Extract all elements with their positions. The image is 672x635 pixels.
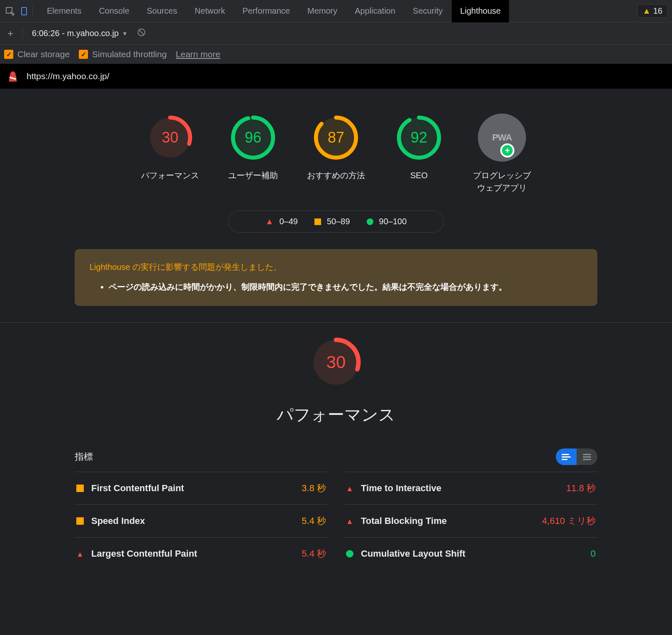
report-dropdown[interactable]: 6:06:26 - m.yahoo.co.jp ▼ — [32, 29, 128, 38]
gauge-1[interactable]: 96 ユーザー補助 — [224, 114, 282, 194]
metrics-grid: First Contentful Paint 3.8 秒 ▲ Time to I… — [75, 472, 597, 570]
tab-console[interactable]: Console — [90, 0, 137, 22]
simulated-throttling-label: Simulated throttling — [92, 49, 167, 59]
warning-count: 16 — [653, 6, 662, 16]
metric-value: 11.8 秒 — [566, 482, 596, 494]
legend-low: ▲ 0–49 — [265, 217, 298, 226]
plus-icon: + — [500, 143, 514, 158]
metric-row[interactable]: ▲ Largest Contentful Paint 5.4 秒 — [75, 537, 328, 570]
warning-title: Lighthouse の実行に影響する問題が発生しました。 — [90, 262, 582, 273]
learn-more-link[interactable]: Learn more — [176, 49, 220, 59]
gauge-pwa[interactable]: PWA + プログレッシブ ウェブアプリ — [473, 114, 531, 194]
gauge-label: SEO — [410, 169, 428, 182]
metric-value: 5.4 秒 — [302, 515, 326, 527]
metrics-view-toggle — [556, 448, 597, 465]
metric-value: 4,610 ミリ秒 — [542, 515, 596, 527]
divider — [22, 28, 23, 39]
warning-icon: ▲ — [643, 6, 651, 16]
clear-storage-label: Clear storage — [17, 49, 70, 59]
score-legend: ▲ 0–49 50–89 90–100 — [228, 211, 444, 233]
performance-section: 30 パフォーマンス 指標 First Contentful Paint 3.8… — [0, 323, 672, 570]
circle-icon — [367, 218, 373, 225]
tab-memory[interactable]: Memory — [299, 0, 346, 22]
tab-performance[interactable]: Performance — [234, 0, 299, 22]
triangle-icon: ▲ — [346, 485, 353, 492]
metric-value: 5.4 秒 — [302, 548, 326, 560]
tab-network[interactable]: Network — [186, 0, 233, 22]
metric-name: Time to Interactive — [361, 483, 559, 494]
circle-icon — [346, 550, 353, 557]
square-icon — [76, 485, 84, 492]
lighthouse-report: 30 パフォーマンス 96 ユーザー補助 87 おすすめの方法 92 SEO P… — [0, 89, 672, 587]
svg-line-3 — [139, 30, 144, 35]
warning-badge[interactable]: ▲ 16 — [637, 4, 668, 18]
metric-name: Total Blocking Time — [361, 516, 535, 526]
triangle-icon: ▲ — [76, 550, 84, 557]
device-toggle-icon[interactable] — [18, 5, 30, 17]
clear-storage-option[interactable]: ✓ Clear storage — [4, 49, 70, 59]
metric-name: Speed Index — [91, 516, 294, 526]
lighthouse-toolbar: + 6:06:26 - m.yahoo.co.jp ▼ — [0, 22, 672, 45]
bars-icon — [562, 454, 571, 460]
svg-rect-1 — [22, 7, 27, 15]
divider — [32, 5, 33, 17]
gauge-3[interactable]: 92 SEO — [390, 114, 448, 194]
gauge-label: ユーザー補助 — [228, 169, 278, 182]
tab-elements[interactable]: Elements — [39, 0, 90, 22]
metric-row[interactable]: Cumulative Layout Shift 0 — [344, 537, 597, 570]
devtools-tab-bar: ElementsConsoleSourcesNetworkPerformance… — [0, 0, 672, 22]
metric-name: Largest Contentful Paint — [91, 548, 294, 559]
legend-mid: 50–89 — [314, 217, 350, 226]
performance-title: パフォーマンス — [277, 403, 395, 426]
metrics-header: 指標 — [75, 448, 597, 465]
devtools-tabs: ElementsConsoleSourcesNetworkPerformance… — [39, 0, 635, 22]
square-icon — [314, 218, 321, 225]
lighthouse-icon — [7, 70, 18, 82]
triangle-icon: ▲ — [265, 217, 274, 226]
metric-value: 0 — [591, 548, 596, 559]
view-compact-button[interactable] — [577, 448, 597, 465]
view-expanded-button[interactable] — [556, 448, 577, 465]
metric-row[interactable]: Speed Index 5.4 秒 — [75, 504, 328, 537]
options-bar: ✓ Clear storage ✓ Simulated throttling L… — [0, 45, 672, 64]
chevron-down-icon: ▼ — [122, 30, 128, 37]
warning-item: ページの読み込みに時間がかかり、制限時間内に完了できませんでした。結果は不完全な… — [109, 280, 582, 293]
square-icon — [76, 517, 84, 525]
gauge-label: パフォーマンス — [141, 169, 199, 182]
metric-row[interactable]: ▲ Time to Interactive 11.8 秒 — [344, 472, 597, 504]
gauge-0[interactable]: 30 パフォーマンス — [141, 114, 199, 194]
url-bar: https://m.yahoo.co.jp/ — [0, 64, 672, 89]
tab-sources[interactable]: Sources — [139, 0, 185, 22]
simulated-throttling-option[interactable]: ✓ Simulated throttling — [79, 49, 167, 59]
clear-report-button[interactable] — [137, 28, 146, 39]
performance-gauge[interactable]: 30 パフォーマンス — [75, 335, 597, 426]
warning-box: Lighthouse の実行に影響する問題が発生しました。 ページの読み込みに時… — [75, 249, 597, 306]
checkbox-checked-icon: ✓ — [4, 50, 13, 59]
metric-row[interactable]: First Contentful Paint 3.8 秒 — [75, 472, 328, 504]
gauge-2[interactable]: 87 おすすめの方法 — [307, 114, 365, 194]
tab-application[interactable]: Application — [346, 0, 404, 22]
checkbox-checked-icon: ✓ — [79, 50, 88, 59]
tab-lighthouse[interactable]: Lighthouse — [452, 0, 509, 22]
inspect-icon[interactable] — [4, 5, 16, 17]
metric-name: First Contentful Paint — [91, 483, 294, 494]
tab-security[interactable]: Security — [404, 0, 451, 22]
warning-list: ページの読み込みに時間がかかり、制限時間内に完了できませんでした。結果は不完全な… — [90, 280, 582, 293]
triangle-icon: ▲ — [346, 517, 353, 525]
bars-icon — [583, 454, 591, 460]
pwa-badge: PWA + — [478, 114, 526, 162]
pwa-text: PWA — [492, 132, 511, 143]
metric-row[interactable]: ▲ Total Blocking Time 4,610 ミリ秒 — [344, 504, 597, 537]
gauge-row: 30 パフォーマンス 96 ユーザー補助 87 おすすめの方法 92 SEO P… — [0, 105, 672, 211]
report-url: https://m.yahoo.co.jp/ — [27, 71, 110, 81]
report-name: 6:06:26 - m.yahoo.co.jp — [32, 29, 119, 38]
legend-high: 90–100 — [367, 217, 407, 226]
gauge-label: おすすめの方法 — [307, 169, 365, 182]
gauge-label: プログレッシブ ウェブアプリ — [473, 169, 531, 194]
metric-value: 3.8 秒 — [302, 482, 326, 494]
new-report-button[interactable]: + — [7, 28, 13, 39]
metric-name: Cumulative Layout Shift — [361, 548, 583, 559]
metrics-label: 指標 — [75, 451, 93, 463]
